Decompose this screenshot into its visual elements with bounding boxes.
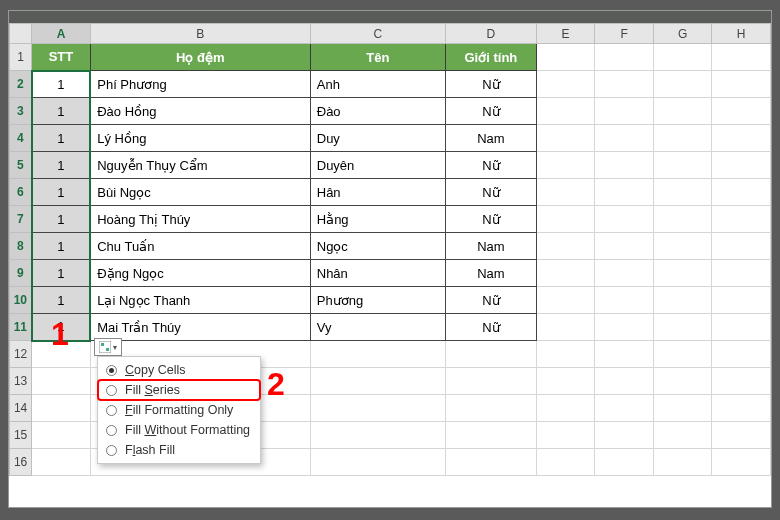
autofill-options-button[interactable]: ▾ [94,338,122,356]
empty-cell[interactable] [595,368,654,395]
row-header-10[interactable]: 10 [10,287,32,314]
empty-cell[interactable] [595,179,654,206]
empty-cell[interactable] [595,260,654,287]
cell-ten[interactable]: Duy [310,125,445,152]
empty-cell[interactable] [310,422,445,449]
cell-stt[interactable]: 1 [32,179,91,206]
cell-gioitinh[interactable]: Nữ [445,179,536,206]
col-A[interactable]: A [32,24,91,44]
empty-cell[interactable] [595,233,654,260]
cell-hodem[interactable]: Mai Trần Thúy [90,314,310,341]
empty-cell[interactable] [595,71,654,98]
cell-hodem[interactable]: Lý Hồng [90,125,310,152]
cell-stt[interactable]: 1 [32,125,91,152]
cell-ten[interactable]: Hân [310,179,445,206]
cell-gioitinh[interactable]: Nữ [445,71,536,98]
empty-cell[interactable] [712,71,771,98]
empty-cell[interactable] [536,206,595,233]
empty-cell[interactable] [595,44,654,71]
empty-cell[interactable] [653,125,712,152]
cell-stt[interactable]: 1 [32,314,91,341]
empty-cell[interactable] [712,260,771,287]
empty-cell[interactable] [536,179,595,206]
col-H[interactable]: H [712,24,771,44]
empty-cell[interactable] [32,449,91,476]
cell-stt[interactable]: 1 [32,98,91,125]
cell-gioitinh[interactable]: Nữ [445,287,536,314]
empty-cell[interactable] [653,314,712,341]
empty-cell[interactable] [712,314,771,341]
empty-cell[interactable] [653,287,712,314]
empty-cell[interactable] [653,152,712,179]
empty-cell[interactable] [536,125,595,152]
cell-gioitinh[interactable]: Nữ [445,314,536,341]
empty-cell[interactable] [653,98,712,125]
header-stt[interactable]: STT [32,44,91,71]
empty-cell[interactable] [536,422,595,449]
empty-cell[interactable] [310,368,445,395]
empty-cell[interactable] [32,422,91,449]
menu-item-fill-formatting-only[interactable]: Fill Formatting Only [98,400,260,420]
col-F[interactable]: F [595,24,654,44]
row-header-13[interactable]: 13 [10,368,32,395]
empty-cell[interactable] [32,395,91,422]
cell-hodem[interactable]: Phí Phương [90,71,310,98]
empty-cell[interactable] [445,395,536,422]
empty-cell[interactable] [595,287,654,314]
empty-cell[interactable] [653,368,712,395]
empty-cell[interactable] [712,287,771,314]
row-header-11[interactable]: 11 [10,314,32,341]
empty-cell[interactable] [595,395,654,422]
menu-item-fill-series[interactable]: Fill Series [98,380,260,400]
row-header-2[interactable]: 2 [10,71,32,98]
empty-cell[interactable] [536,395,595,422]
row-header-3[interactable]: 3 [10,98,32,125]
empty-cell[interactable] [712,98,771,125]
cell-gioitinh[interactable]: Nữ [445,152,536,179]
empty-cell[interactable] [32,341,91,368]
empty-cell[interactable] [310,395,445,422]
cell-gioitinh[interactable]: Nữ [445,98,536,125]
row-header-9[interactable]: 9 [10,260,32,287]
empty-cell[interactable] [653,341,712,368]
empty-cell[interactable] [445,368,536,395]
empty-cell[interactable] [712,179,771,206]
empty-cell[interactable] [712,341,771,368]
cell-gioitinh[interactable]: Nữ [445,206,536,233]
empty-cell[interactable] [653,206,712,233]
cell-ten[interactable]: Nhân [310,260,445,287]
cell-ten[interactable]: Đào [310,98,445,125]
cell-hodem[interactable]: Chu Tuấn [90,233,310,260]
cell-hodem[interactable]: Đào Hồng [90,98,310,125]
cell-stt[interactable]: 1 [32,206,91,233]
cell-hodem[interactable]: Hoàng Thị Thúy [90,206,310,233]
menu-item-flash-fill[interactable]: Flash Fill [98,440,260,460]
empty-cell[interactable] [536,449,595,476]
cell-gioitinh[interactable]: Nam [445,260,536,287]
header-ten[interactable]: Tên [310,44,445,71]
empty-cell[interactable] [653,395,712,422]
empty-cell[interactable] [712,233,771,260]
empty-cell[interactable] [595,314,654,341]
select-all-corner[interactable] [10,24,32,44]
header-hodem[interactable]: Họ đệm [90,44,310,71]
row-header-12[interactable]: 12 [10,341,32,368]
cell-gioitinh[interactable]: Nam [445,233,536,260]
empty-cell[interactable] [653,71,712,98]
col-E[interactable]: E [536,24,595,44]
empty-cell[interactable] [32,368,91,395]
empty-cell[interactable] [712,449,771,476]
cell-stt[interactable]: 1 [32,152,91,179]
col-C[interactable]: C [310,24,445,44]
empty-cell[interactable] [536,260,595,287]
cell-hodem[interactable]: Lại Ngọc Thanh [90,287,310,314]
row-header-6[interactable]: 6 [10,179,32,206]
empty-cell[interactable] [712,44,771,71]
cell-ten[interactable]: Phương [310,287,445,314]
empty-cell[interactable] [536,71,595,98]
empty-cell[interactable] [595,422,654,449]
empty-cell[interactable] [536,314,595,341]
empty-cell[interactable] [536,44,595,71]
cell-stt[interactable]: 1 [32,260,91,287]
cell-ten[interactable]: Duyên [310,152,445,179]
